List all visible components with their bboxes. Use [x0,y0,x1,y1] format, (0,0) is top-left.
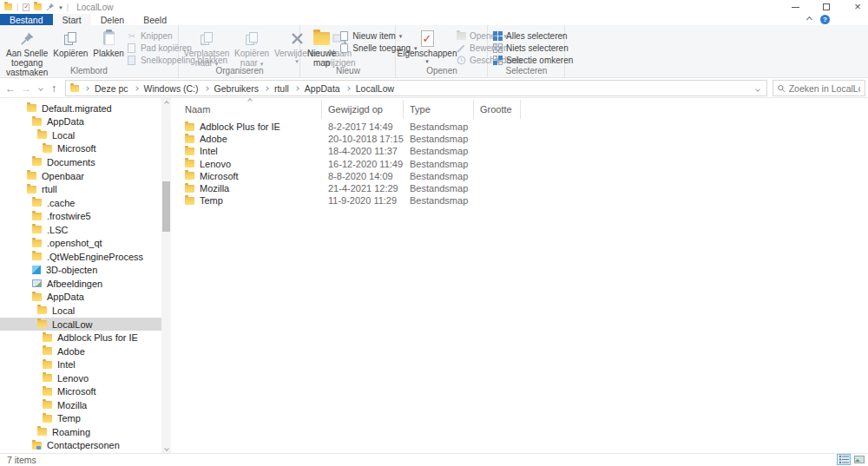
column-header-grootte[interactable]: Grootte [474,100,521,119]
address-box[interactable]: Deze pc Windows (C:) Gebruikers rtull Ap… [65,80,767,96]
tree-item-selected[interactable]: LocalLow [0,318,161,331]
back-button[interactable]: ← [3,78,17,98]
tree-item[interactable]: Microsoft [0,142,161,156]
tree-item-label: Temp [57,413,81,423]
tree-item[interactable]: AppData [0,115,161,129]
tree-item[interactable]: Adobe [0,345,161,358]
file-name: Lenovo [200,159,231,169]
properties-button[interactable]: ✓ Eigenschappen ▾ [398,28,456,65]
forward-button[interactable]: → [19,78,33,98]
column-header-naam[interactable]: Naam [174,100,322,119]
file-row[interactable]: Microsoft 8-8-2020 14:09 Bestandsmap [174,170,868,182]
breadcrumb-item[interactable]: Windows (C:) [144,83,199,94]
ribbon-group-klembord: Aan Snelle toegang vastmaken Kopiëren Pl… [0,25,179,77]
tree-item[interactable]: Lenovo [0,371,161,385]
column-header-type[interactable]: Type [404,100,474,119]
scissors-icon: ✂ [127,31,137,42]
search-input[interactable] [789,83,860,94]
tree-item[interactable]: .openshot_qt [0,236,161,250]
properties-check-icon[interactable]: ✓ [23,3,30,11]
column-headers: Naam Gewijzigd op Type Grootte [174,100,521,119]
select-none-button[interactable]: Niets selecteren [492,43,573,54]
tree-item-label: Mozilla [57,400,87,410]
help-icon[interactable]: ? [820,15,830,24]
file-type: Bestandsmap [404,171,474,181]
group-label: Selecteren [489,66,564,75]
tree-item[interactable]: Adblock Plus for IE [0,331,161,345]
tree-item[interactable]: Intel [0,358,161,371]
minimize-button[interactable] [790,2,800,12]
tab-delen[interactable]: Delen [91,14,134,25]
column-header-gewijzigd-op[interactable]: Gewijzigd op [322,100,404,119]
select-all-button[interactable]: Alles selecteren [492,30,573,42]
folder-icon [32,253,42,260]
collapse-ribbon-icon[interactable] [806,16,812,23]
folder-icon [37,320,47,328]
breadcrumb-item[interactable]: Gebruikers [214,83,259,94]
breadcrumb-item[interactable]: Deze pc [95,83,128,94]
tree-item[interactable]: Local [0,128,161,142]
up-button[interactable]: ↑ [47,78,61,98]
breadcrumb-chevron-icon [84,86,89,91]
tree-item[interactable]: rtull [0,182,161,196]
tree-item[interactable]: Local [0,304,161,318]
folder-icon [185,135,194,143]
recent-locations-button[interactable] [36,78,46,98]
tree-item[interactable]: .cache [0,196,161,210]
maximize-button[interactable] [821,2,832,12]
tree-item-label: .QtWebEngineProcess [47,252,143,262]
breadcrumb-chevron-icon [204,86,209,91]
address-dropdown-icon[interactable] [755,87,760,92]
folder-icon [32,293,42,301]
file-row[interactable]: Temp 11-9-2020 11:29 Bestandsmap [174,194,868,207]
close-button[interactable]: × [852,2,863,12]
select-none-icon [493,43,503,53]
breadcrumb-item[interactable]: AppData [305,83,340,94]
file-row[interactable]: Adobe 20-10-2018 17:15 Bestandsmap [174,133,868,145]
thumbnails-view-icon [854,456,865,463]
tree-item[interactable]: .QtWebEngineProcess [0,250,161,264]
tree-item[interactable]: Microsoft [0,384,161,398]
file-row[interactable]: Mozilla 21-4-2021 12:29 Bestandsmap [174,182,868,194]
tab-bestand[interactable]: Bestand [0,14,53,25]
tab-start[interactable]: Start [53,14,91,25]
tree-item[interactable]: Mozilla [0,398,161,412]
tree-item[interactable]: Default.migrated [0,102,161,115]
tree-item[interactable]: 3D-objecten [0,264,161,278]
scroll-up-icon[interactable] [161,98,171,108]
tree-item[interactable]: Temp [0,412,161,426]
qat-dropdown-icon[interactable]: ▾ [59,4,62,10]
tree-item[interactable]: Contactpersonen [0,439,161,453]
scroll-down-icon[interactable] [161,443,171,453]
tree-item[interactable]: Openbaar [0,169,161,183]
details-view-button[interactable] [837,454,851,465]
tree-scrollbar[interactable] [161,98,171,453]
breadcrumb-item[interactable]: LocalLow [356,83,394,94]
file-row[interactable]: Intel 18-4-2020 11:37 Bestandsmap [174,145,868,157]
move-to-button[interactable]: ← Verplaatsen naar ▾ [181,28,232,69]
tree-item[interactable]: Documents [0,155,161,169]
new-folder-button[interactable]: Nieuwe map [305,28,339,69]
tree-item[interactable]: .LSC [0,223,161,237]
folder-icon [43,401,52,409]
tree-item[interactable]: .frostwire5 [0,209,161,223]
folder-icon [37,131,47,139]
separator: | [16,3,18,11]
tree-item[interactable]: Roaming [0,425,161,439]
new-folder-icon[interactable] [34,3,42,10]
copy-to-button[interactable]: → Kopiëren naar ▾ [232,28,272,69]
file-row[interactable]: Lenovo 16-12-2020 11:49 Bestandsmap [174,158,868,170]
breadcrumb: Deze pc Windows (C:) Gebruikers rtull Ap… [70,83,394,94]
copy-button[interactable]: Kopiëren [50,28,90,59]
file-row[interactable]: Adblock Plus for IE 8-2-2017 14:49 Besta… [174,121,868,133]
invert-selection-button[interactable]: Selectie omkeren [492,55,573,66]
tree-item[interactable]: AppData [0,291,161,305]
thumbnails-view-button[interactable] [852,454,866,465]
breadcrumb-item[interactable]: rtull [274,83,289,94]
scrollbar-thumb[interactable] [162,181,170,232]
tab-beeld[interactable]: Beeld [134,14,176,25]
tree-item[interactable]: Afbeeldingen [0,277,161,291]
pin-icon[interactable] [46,3,55,11]
folder-icon [27,172,36,180]
paste-button[interactable]: Plakken [90,28,127,59]
